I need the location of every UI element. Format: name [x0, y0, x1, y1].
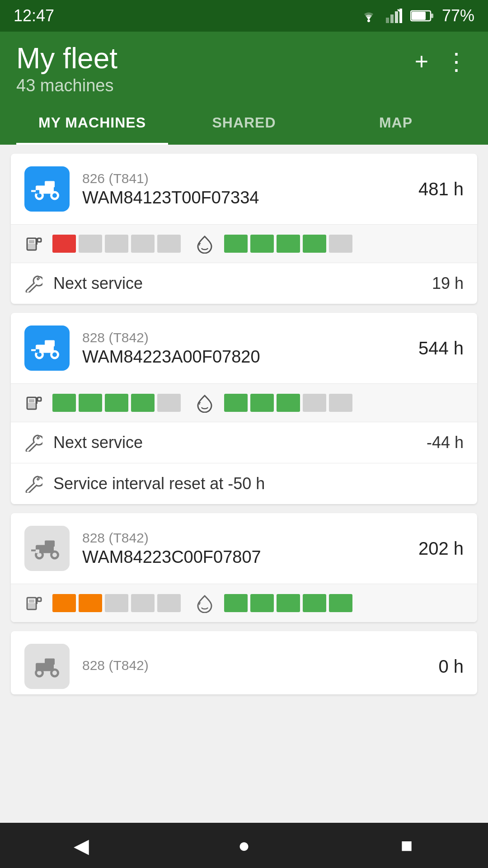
fuel-icon-3 — [24, 593, 44, 613]
fuel-bar-3-4 — [131, 594, 155, 612]
machine-card-4[interactable]: 828 (T842) 0 h — [11, 631, 477, 694]
def-bars-1 — [224, 235, 352, 253]
machine-card-2[interactable]: 828 (T842) WAM84223A00F07820 544 h — [11, 313, 477, 504]
svg-rect-3 — [395, 11, 398, 23]
svg-rect-46 — [38, 598, 41, 601]
svg-point-51 — [52, 671, 57, 675]
svg-rect-53 — [45, 659, 55, 665]
wrench-icon-2 — [24, 434, 42, 452]
machine-list: 826 (T841) WAM84123T00F07334 481 h — [0, 145, 488, 703]
svg-point-10 — [37, 193, 42, 198]
machine-model-4: 828 (T842) — [82, 658, 426, 673]
recents-button[interactable]: ■ — [380, 827, 434, 863]
machine-card-1[interactable]: 826 (T841) WAM84123T00F07334 481 h — [11, 154, 477, 304]
add-machine-button[interactable]: + — [411, 46, 432, 77]
service-reset-row-2: Service interval reset at -50 h — [11, 463, 477, 504]
home-button[interactable]: ● — [217, 827, 271, 863]
machine-hours-4: 0 h — [438, 656, 464, 677]
wifi-icon — [360, 9, 378, 23]
svg-rect-7 — [431, 14, 433, 18]
def-bar-1-4 — [303, 235, 326, 253]
def-bar-1-1 — [224, 235, 248, 253]
fuel-bar-1-3 — [105, 235, 128, 253]
svg-point-38 — [52, 553, 57, 557]
more-options-button[interactable]: ⋮ — [441, 46, 472, 77]
header-text: My fleet 43 machines — [16, 42, 117, 95]
svg-rect-2 — [390, 14, 394, 23]
status-bar-right: 77% — [360, 6, 474, 25]
service-reset-label-2: Service interval reset at -50 h — [53, 474, 464, 493]
fuel-bar-3-2 — [79, 594, 102, 612]
svg-rect-33 — [38, 397, 41, 401]
machine-card-3[interactable]: 828 (T842) WAM84223C00F07807 202 h — [11, 513, 477, 622]
service-label-2: Next service — [53, 433, 416, 452]
status-row-2 — [11, 383, 477, 422]
machine-header-1: 826 (T841) WAM84123T00F07334 481 h — [11, 154, 477, 224]
fuel-bars-2 — [52, 394, 181, 412]
fuel-bar-1-2 — [79, 235, 102, 253]
status-time: 12:47 — [14, 6, 54, 25]
fuel-bar-2-4 — [131, 394, 155, 412]
svg-rect-34 — [29, 399, 34, 402]
fuel-bar-1-5 — [157, 235, 181, 253]
fuel-bar-3-5 — [157, 594, 181, 612]
header-actions: + ⋮ — [411, 46, 472, 77]
tab-shared[interactable]: SHARED — [168, 103, 320, 145]
machine-model-2: 828 (T842) — [82, 330, 406, 345]
svg-rect-15 — [36, 190, 39, 194]
header-top: My fleet 43 machines + ⋮ — [16, 42, 472, 95]
tab-map[interactable]: MAP — [320, 103, 472, 145]
svg-rect-31 — [28, 403, 35, 408]
def-bar-2-4 — [303, 394, 326, 412]
def-bar-1-3 — [277, 235, 300, 253]
machine-info-3: 828 (T842) WAM84223C00F07807 — [82, 530, 406, 567]
machine-icon-2 — [24, 326, 70, 371]
machine-icon-1 — [24, 166, 70, 212]
tab-my-machines[interactable]: MY MACHINES — [16, 103, 168, 145]
fuel-bar-1-1 — [52, 235, 76, 253]
def-bar-3-3 — [277, 594, 300, 612]
svg-point-12 — [52, 193, 57, 198]
machine-header-4: 828 (T842) 0 h — [11, 631, 477, 694]
machine-hours-1: 481 h — [418, 179, 464, 199]
battery-percent: 77% — [442, 6, 474, 25]
def-bar-1-5 — [329, 235, 352, 253]
svg-point-25 — [52, 353, 57, 357]
fuel-bar-2-5 — [157, 394, 181, 412]
back-button[interactable]: ◀ — [54, 827, 108, 863]
def-bar-3-1 — [224, 594, 248, 612]
status-row-1 — [11, 224, 477, 263]
def-icon-2 — [193, 393, 216, 413]
def-bar-3-2 — [250, 594, 274, 612]
service-row-1: Next service 19 h — [11, 263, 477, 304]
svg-rect-27 — [45, 340, 55, 347]
def-bar-2-2 — [250, 394, 274, 412]
machine-icon-4 — [24, 644, 70, 689]
machine-vin-2: WAM84223A00F07820 — [82, 347, 406, 367]
machine-info-4: 828 (T842) — [82, 658, 426, 675]
svg-rect-14 — [45, 181, 55, 188]
machine-model-3: 828 (T842) — [82, 530, 406, 546]
fuel-bar-2-2 — [79, 394, 102, 412]
svg-rect-44 — [28, 603, 35, 609]
status-row-3 — [11, 584, 477, 622]
battery-icon — [410, 9, 434, 22]
svg-point-49 — [37, 671, 42, 675]
fuel-bars-1 — [52, 235, 181, 253]
service-value-2: -44 h — [427, 433, 464, 452]
machine-model-1: 826 (T841) — [82, 171, 406, 186]
status-bar: 12:47 77% — [0, 0, 488, 32]
page-title: My fleet — [16, 42, 117, 74]
wrench-icon-2b — [24, 475, 42, 493]
def-bar-2-1 — [224, 394, 248, 412]
machine-count: 43 machines — [16, 76, 117, 95]
svg-rect-18 — [28, 244, 35, 249]
machine-icon-3 — [24, 526, 70, 571]
def-bar-3-4 — [303, 594, 326, 612]
wrench-icon-1 — [24, 274, 42, 292]
def-bars-2 — [224, 394, 352, 412]
machine-vin-3: WAM84223C00F07807 — [82, 547, 406, 567]
svg-rect-41 — [36, 550, 39, 553]
def-icon-3 — [193, 593, 216, 613]
fuel-bar-3-3 — [105, 594, 128, 612]
